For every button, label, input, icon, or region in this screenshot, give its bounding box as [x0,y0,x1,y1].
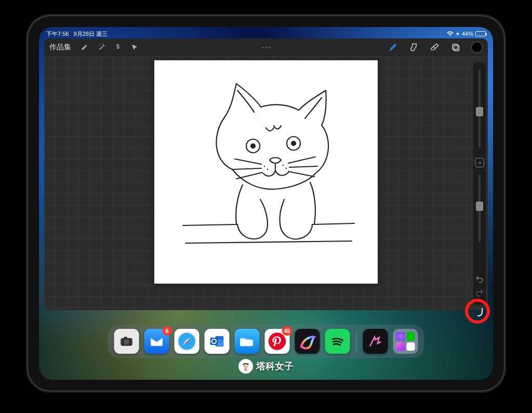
svg-point-6 [264,166,265,167]
dock-separator [356,330,357,353]
color-picker-swatch[interactable] [471,42,483,53]
svg-rect-0 [453,44,458,49]
ipad-dock: 6 45 [108,325,424,358]
star-icon: ★ [456,31,460,36]
dock-app-folder[interactable] [393,329,418,354]
pinterest-badge: 45 [282,326,292,336]
svg-text:3C: 3C [245,369,247,371]
transform-arrow-icon[interactable] [130,43,140,52]
watermark-avatar-icon: 3C [238,359,253,374]
right-side-panel [473,62,486,305]
canvas-area[interactable] [44,56,488,310]
status-time: 下午7:56 [46,31,69,37]
artwork-canvas[interactable] [154,60,378,284]
svg-point-8 [283,165,284,166]
dock-mail-app[interactable]: 6 [144,329,169,354]
layers-icon[interactable] [450,42,461,52]
multitask-dots[interactable] [262,47,270,48]
svg-point-9 [286,168,287,169]
svg-rect-1 [454,46,459,51]
brush-opacity-slider[interactable] [478,175,481,242]
dock-safari-app[interactable] [175,329,200,354]
adjustments-wand-icon[interactable] [97,43,107,52]
brush-tool-icon[interactable] [388,42,398,52]
svg-point-3 [251,144,255,148]
dock-outlook-app[interactable] [205,329,230,354]
wifi-icon [447,31,454,37]
svg-rect-12 [124,337,127,339]
ipad-device-frame: 下午7:56 9月28日 週三 ★ 44% 作品集 [28,16,504,391]
svg-point-5 [291,141,296,145]
dock-procreate-app[interactable] [295,329,320,354]
dock-files-app[interactable] [235,329,260,354]
smudge-tool-icon[interactable] [409,42,419,52]
redo-icon[interactable] [474,287,485,298]
gallery-button[interactable]: 作品集 [47,43,73,52]
battery-percent: 44% [462,31,473,37]
dock-pinterest-app[interactable]: 45 [265,329,290,354]
svg-point-24 [246,366,247,367]
annotation-highlight-circle [465,299,490,324]
mail-badge: 6 [163,326,172,336]
procreate-app-window: 作品集 [44,38,488,310]
status-date: 9月28日 週三 [73,31,107,37]
eraser-tool-icon[interactable] [430,42,440,52]
svg-point-11 [124,339,129,344]
undo-icon[interactable] [474,274,485,284]
watermark: 3C 塔科女子 [238,359,294,374]
watermark-text: 塔科女子 [256,360,294,372]
selection-s-icon[interactable] [114,43,123,52]
actions-wrench-icon[interactable] [81,43,90,52]
ipad-screen: 下午7:56 9月28日 週三 ★ 44% 作品集 [39,27,493,380]
dock-spotify-app[interactable] [325,329,350,354]
battery-icon [475,31,486,36]
svg-point-23 [244,366,245,367]
dock-recent-app[interactable] [363,329,388,354]
top-toolbar: 作品集 [44,38,488,56]
modify-button[interactable] [475,158,484,167]
brush-size-slider[interactable] [478,70,481,148]
svg-point-19 [269,332,286,350]
dock-camera-app[interactable] [114,329,139,354]
svg-point-7 [267,169,268,170]
status-bar: 下午7:56 9月28日 週三 ★ 44% [46,29,486,38]
